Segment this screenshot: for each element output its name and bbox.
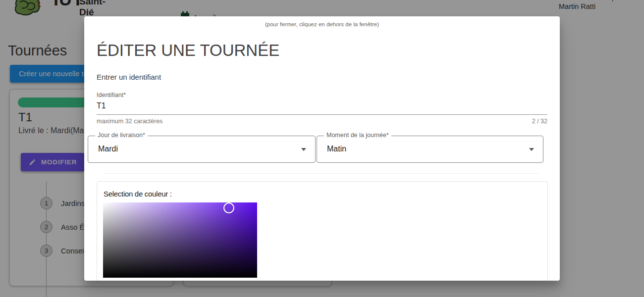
edit-tour-modal: (pour fermer, cliquez en dehors de la fe… bbox=[84, 16, 560, 281]
chevron-down-icon bbox=[529, 148, 534, 151]
identifier-input[interactable]: T1 bbox=[97, 101, 547, 115]
identifier-field[interactable]: Identifiant* T1 maximum 32 caractères 2 … bbox=[97, 92, 547, 125]
identifier-label: Identifiant* bbox=[97, 92, 547, 99]
modal-subtitle: Entrer un identifiant bbox=[97, 73, 161, 81]
delivery-day-select[interactable]: Jour de livraison* Mardi bbox=[88, 136, 316, 163]
identifier-char-counter: 2 / 32 bbox=[532, 118, 547, 125]
chevron-down-icon bbox=[301, 148, 306, 151]
delivery-day-label: Jour de livraison* bbox=[95, 132, 148, 139]
color-picker-cursor[interactable] bbox=[223, 202, 234, 213]
day-moment-select[interactable]: Moment de la journée* Matin bbox=[317, 136, 543, 163]
color-picker-label: Selection de couleur : bbox=[104, 190, 172, 198]
identifier-helper-text: maximum 32 caractères bbox=[97, 118, 162, 125]
day-moment-label: Moment de la journée* bbox=[324, 132, 391, 139]
modal-title: ÉDITER UNE TOURNÉE bbox=[97, 41, 279, 60]
saturation-picker[interactable] bbox=[103, 202, 257, 278]
delivery-day-value: Mardi bbox=[98, 145, 118, 153]
day-moment-value: Matin bbox=[327, 145, 346, 153]
modal-close-hint: (pour fermer, cliquez en dehors de la fe… bbox=[84, 21, 560, 27]
color-picker-section: Selection de couleur : bbox=[97, 181, 548, 281]
section-divider bbox=[103, 173, 538, 174]
